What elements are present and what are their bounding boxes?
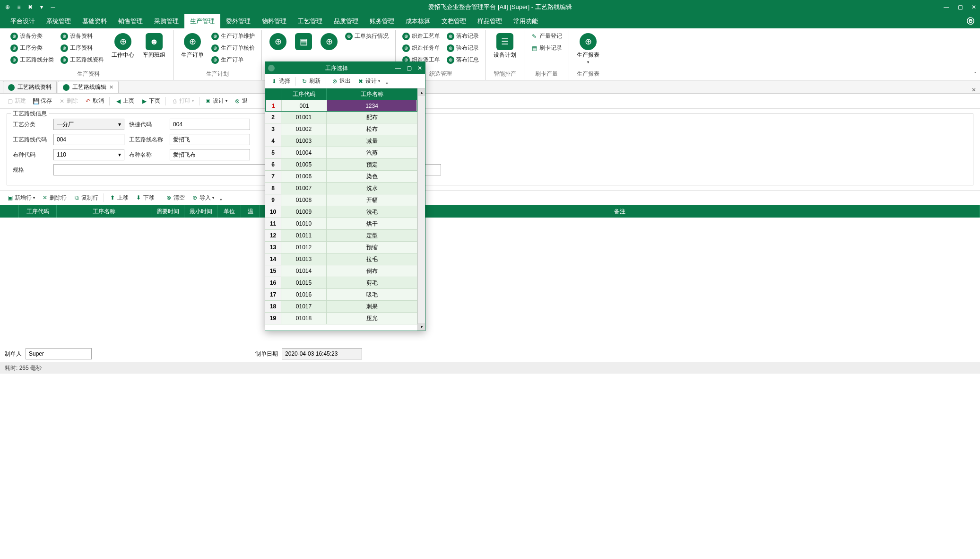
- table-row[interactable]: 501004汽蒸: [265, 147, 417, 159]
- table-row[interactable]: 1101010烘干: [265, 218, 417, 230]
- grid-hcell[interactable]: 温: [241, 205, 260, 218]
- doc-tab[interactable]: 工艺路线编辑 ✕: [58, 81, 119, 93]
- exit-button[interactable]: ⊗退: [231, 96, 251, 106]
- print-button[interactable]: ⎙打印▾: [168, 96, 197, 106]
- cat-select[interactable]: 一分厂▾: [53, 119, 124, 130]
- table-row[interactable]: 401003减量: [265, 135, 417, 147]
- table-row[interactable]: 901008开幅: [265, 194, 417, 206]
- table-row[interactable]: 1601015剪毛: [265, 277, 417, 289]
- ribbon-item[interactable]: ⊕设备资料: [59, 31, 106, 41]
- close-icon[interactable]: ✕: [971, 4, 976, 10]
- close-icon[interactable]: ✕: [417, 65, 422, 71]
- scroll-down-icon[interactable]: ▾: [418, 323, 425, 331]
- close-tab-icon[interactable]: ✕: [109, 84, 113, 90]
- grid-hcell[interactable]: 需要时间: [151, 205, 184, 218]
- ribbon-item[interactable]: ⊕织造任务单: [400, 43, 442, 53]
- addrow-button[interactable]: ▣新增行▾: [4, 192, 38, 203]
- save-button[interactable]: 💾保存: [30, 96, 55, 106]
- scroll-up-icon[interactable]: ▴: [418, 88, 425, 96]
- design-button[interactable]: ✖设计▾: [202, 96, 230, 106]
- grid-hcell[interactable]: [0, 205, 19, 218]
- ribbon-item[interactable]: ⊕: [318, 31, 340, 53]
- table-row[interactable]: 601005预定: [265, 159, 417, 171]
- menu-item[interactable]: 常用功能: [508, 14, 544, 28]
- ribbon-item[interactable]: ⊕设备分类: [9, 31, 56, 41]
- name-input[interactable]: [170, 134, 250, 145]
- ribbon-item[interactable]: ▤刷卡记录: [529, 43, 564, 53]
- copyrow-button[interactable]: ⧉复制行: [70, 192, 101, 203]
- maximize-icon[interactable]: ▢: [958, 4, 963, 10]
- ribbon-item[interactable]: ⊕落布汇总: [445, 55, 481, 65]
- doc-tab[interactable]: 工艺路线资料: [3, 81, 57, 93]
- ribbon-item[interactable]: ⊕工序资料: [59, 43, 106, 53]
- import-button[interactable]: ⊕导入▾: [189, 192, 217, 203]
- dropdown-icon[interactable]: ▾: [38, 3, 45, 11]
- table-row[interactable]: 1901018压光: [265, 313, 417, 324]
- ribbon-item-report[interactable]: ⊕生产报表▾: [574, 31, 602, 66]
- table-row[interactable]: 1801017刺果: [265, 301, 417, 313]
- next-button[interactable]: ▶下页: [138, 96, 163, 106]
- cancel-button[interactable]: ↶取消: [82, 96, 107, 106]
- overflow-icon[interactable]: „: [384, 78, 390, 85]
- table-row[interactable]: 701006染色: [265, 171, 417, 183]
- ribbon-item[interactable]: ⊕生产订单: [209, 55, 257, 65]
- ribbon-item-plan[interactable]: ☰设备计划: [491, 31, 519, 61]
- menu-item[interactable]: 文档管理: [436, 14, 472, 28]
- ribbon-item[interactable]: ⊕织造工艺单: [400, 31, 442, 41]
- clear-button[interactable]: ⊗清空: [163, 192, 188, 203]
- delete-button[interactable]: ✕删除: [56, 96, 81, 106]
- minimize-icon[interactable]: —: [395, 65, 401, 71]
- cloth-name-input[interactable]: [170, 149, 250, 160]
- globe-icon[interactable]: ⊕: [4, 3, 11, 11]
- code-input[interactable]: [53, 134, 124, 145]
- maximize-icon[interactable]: ▢: [407, 65, 412, 71]
- cloth-code-select[interactable]: 110▾: [53, 149, 124, 160]
- grid-hcell[interactable]: 工序名称: [327, 88, 417, 100]
- ribbon-item-workcenter[interactable]: ⊕工作中心: [109, 31, 137, 61]
- dialog-titlebar[interactable]: 工序选择 — ▢ ✕: [265, 62, 425, 74]
- table-row[interactable]: 1201011定型: [265, 230, 417, 242]
- table-row[interactable]: 1401013拉毛: [265, 253, 417, 265]
- menu-item[interactable]: 基础资料: [77, 14, 113, 28]
- grid-hcell[interactable]: 工序代码: [19, 205, 57, 218]
- menu-item[interactable]: 采购管理: [148, 14, 184, 28]
- ribbon-item[interactable]: ⊕工单执行情况: [343, 31, 390, 41]
- quick-input[interactable]: [170, 119, 250, 130]
- ribbon-item[interactable]: ⊕: [267, 31, 289, 53]
- moveup-button[interactable]: ⬆上移: [106, 192, 131, 203]
- grid-hcell[interactable]: 单位: [217, 205, 241, 218]
- ribbon-item[interactable]: ⊕生产订单维护: [209, 31, 257, 41]
- table-row[interactable]: 1001009洗毛: [265, 206, 417, 218]
- ribbon-item[interactable]: ⊕工艺路线分类: [9, 55, 56, 65]
- minimize-icon[interactable]: —: [944, 4, 949, 10]
- ribbon-item[interactable]: ⊕生产订单核价: [209, 43, 257, 53]
- menu-item[interactable]: 物料管理: [256, 14, 292, 28]
- table-row[interactable]: 801007洗水: [265, 183, 417, 194]
- menu-item[interactable]: 品质管理: [328, 14, 364, 28]
- creator-input[interactable]: [26, 348, 92, 359]
- grid-hcell[interactable]: 工序代码: [281, 88, 327, 100]
- menu-item[interactable]: 成本核算: [400, 14, 436, 28]
- design-button[interactable]: ✖设计▾: [355, 76, 383, 87]
- menu-item[interactable]: 系统管理: [41, 14, 77, 28]
- close-all-icon[interactable]: ✕: [968, 87, 980, 93]
- menu-item[interactable]: 样品管理: [472, 14, 508, 28]
- overflow-icon[interactable]: „: [218, 194, 224, 201]
- dialog-grid-body[interactable]: 10011234201001配布301002松布401003减量501004汽蒸…: [265, 100, 417, 324]
- table-row[interactable]: 201001配布: [265, 112, 417, 123]
- table-row[interactable]: 1701016吸毛: [265, 289, 417, 301]
- movedown-button[interactable]: ⬇下移: [132, 192, 157, 203]
- ribbon-item-team[interactable]: ☻车间班组: [140, 31, 168, 61]
- menu-item[interactable]: 销售管理: [113, 14, 148, 28]
- exit-button[interactable]: ⊗退出: [329, 76, 354, 87]
- grid-body[interactable]: [0, 218, 980, 345]
- menu-item[interactable]: 工艺管理: [292, 14, 328, 28]
- collapse-ribbon-icon[interactable]: ˇ: [974, 71, 976, 78]
- tools-icon[interactable]: ✖: [26, 3, 34, 11]
- grid-hcell[interactable]: 工序名称: [57, 205, 151, 218]
- select-button[interactable]: ⬇选择: [268, 76, 293, 87]
- table-row[interactable]: 10011234: [265, 100, 417, 112]
- new-button[interactable]: ▢新建: [4, 96, 29, 106]
- ribbon-item[interactable]: ⊕工艺路线资料: [59, 55, 106, 65]
- ribbon-item[interactable]: ⊕落布记录: [445, 31, 481, 41]
